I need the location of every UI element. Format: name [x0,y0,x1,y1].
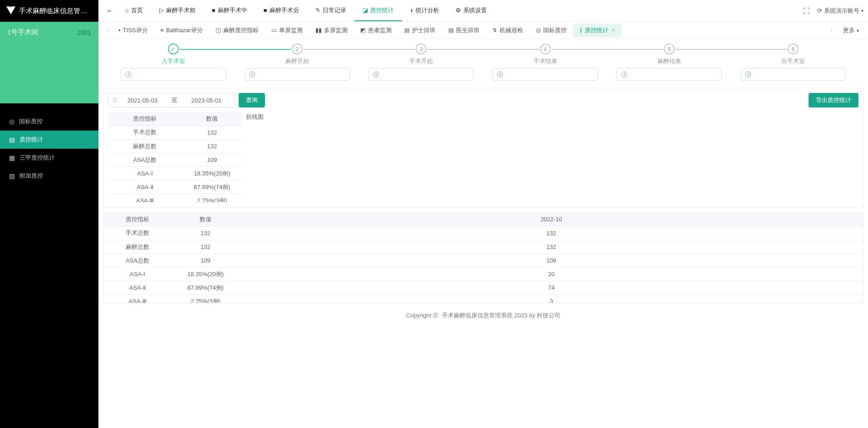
tab-4[interactable]: ▮▮多屏监测 [309,22,354,39]
tab-6[interactable]: ▤护士排班 [398,22,442,39]
tab-label: 质控统计 [585,26,608,34]
tab-label: 机械巡检 [500,26,523,34]
cell-metric: ASA-Ⅱ [103,281,172,295]
sidebar-item-icon: ◎ [9,118,15,125]
step-label: 出手术室 [731,57,855,65]
side-nav: ◎国标质控▤质控统计▦三甲质控统计▨附加质控 [0,103,98,428]
summary-header-value: 数值 [182,112,242,126]
table-row: 手术总数132 [108,126,242,140]
nav-item-0[interactable]: ⌂首页 [117,0,151,21]
tab-9[interactable]: ◎国标质控 [530,22,573,39]
footer: Copyright ⓒ 手术麻醉临床信息管理系统 2023 by 科技公司 [103,303,863,338]
step-circle: 5 [664,44,675,54]
cell-metric: 麻醉总数 [103,240,172,254]
calendar-icon: 🗓 [112,97,118,104]
nav-item-icon: ■ [264,7,267,13]
table-row: ASA-Ⅰ18.35%(20例) [108,167,242,180]
table-row: ASA总数109 [108,153,242,167]
detail-header-value: 数值 [172,213,240,226]
table-row: 手术总数132132 [103,227,863,240]
sidebar-item-3[interactable]: ▨附加质控 [0,167,98,185]
line-chart-title: 折线图 [246,112,264,203]
nav-item-label: 麻醉手术中 [218,6,247,15]
cell-metric: 麻醉总数 [108,140,182,153]
step-circle: 6 [788,44,799,54]
nav-item-7[interactable]: ⚙系统设置 [447,0,495,21]
tab-3[interactable]: ▭单屏监测 [265,22,309,39]
table-row: ASA-Ⅱ67.89%(74例) [108,180,242,194]
tab-7[interactable]: ▤医生排班 [442,22,486,39]
step-time-input[interactable]: 🕓 [245,68,350,81]
fullscreen-icon[interactable]: ⛶ [803,7,810,15]
cell-value: 132 [172,240,240,254]
sidebar-item-1[interactable]: ▤质控统计 [0,131,98,149]
step-label: 手术开始 [359,57,483,65]
cell-metric: ASA-Ⅰ [103,268,172,281]
nav-item-6[interactable]: ⫾统计分析 [402,0,447,21]
step-time-input[interactable]: 🕓 [492,68,598,81]
nav-item-2[interactable]: ■麻醉手术中 [204,0,255,21]
tab-label: 多屏监测 [324,26,348,34]
close-icon[interactable]: ✕ [611,27,615,33]
tab-label: Balthazar评分 [166,26,203,34]
nav-item-label: 首页 [131,6,143,15]
sidebar-item-0[interactable]: ◎国标质控 [0,112,98,131]
nav-item-4[interactable]: ✎日常记录 [307,0,354,21]
copyright-icon: ⓒ [433,312,438,319]
step-circle: 4 [540,44,551,54]
summary-header-metric: 质控指标 [108,112,182,126]
nav-item-3[interactable]: ■麻醉手术后 [255,0,307,21]
tabs-more-dropdown[interactable]: 更多 ▾ [838,26,864,34]
step-time-input[interactable]: 🕓 [368,68,474,81]
cell-period: 132 [240,227,863,240]
table-row: 麻醉总数132132 [103,240,863,254]
cell-metric: ASA总数 [108,153,182,167]
tab-10[interactable]: ⫿质控统计✕ [573,24,622,37]
tab-2[interactable]: ◫麻醉质控指标 [209,22,265,39]
tab-icon: ▭ [271,27,277,33]
tab-label: 麻醉质控指标 [223,26,259,34]
tabs-scroll-right-icon[interactable]: 〉 [828,27,838,34]
tab-icon: ◩ [360,27,366,33]
sidebar-item-icon: ▨ [9,173,15,179]
nav-item-icon: ⫾ [410,7,413,13]
date-range-picker[interactable]: 🗓 2021-05-03 至 2023-05-01 [108,93,235,107]
table-row: ASA-Ⅲ2.75%(3例) [108,194,242,202]
cell-value: 132 [172,227,240,240]
table-row: ASA总数109109 [103,254,863,268]
cell-metric: ASA-Ⅲ [103,295,172,303]
nav-item-1[interactable]: ▷麻醉手术前 [151,0,204,21]
tab-label: 护士排班 [412,26,436,34]
cell-value: 132 [182,140,242,153]
cell-value: 109 [182,153,242,167]
tab-label: TISS评分 [123,26,148,34]
tab-5[interactable]: ◩患者监测 [354,22,398,39]
account-dropdown[interactable]: ⟳ 系统演示账号 ▾ [817,7,863,15]
tab-1[interactable]: ≡Balthazar评分 [154,22,210,39]
tab-8[interactable]: ↯机械巡检 [486,22,530,39]
date-from: 2021-05-03 [118,97,167,104]
vue-logo-icon [6,6,15,16]
tabs-scroll-left-icon[interactable]: 〈 [102,27,112,34]
cell-metric: 手术总数 [103,227,172,240]
nav-item-5[interactable]: ◪质控统计 [354,0,402,21]
export-button[interactable]: 导出质控统计 [809,93,858,107]
tabs-bar: 〈 ▪TISS评分≡Balthazar评分◫麻醉质控指标▭单屏监测▮▮多屏监测◩… [98,22,868,39]
sidebar-item-2[interactable]: ▦三甲质控统计 [0,149,98,167]
query-button[interactable]: 查询 [239,93,265,107]
step-time-input[interactable]: 🕓 [121,68,226,81]
cell-period: 109 [240,254,863,268]
room-code: 1001 [77,29,91,36]
tab-0[interactable]: ▪TISS评分 [112,22,154,39]
step-label: 入手术室 [111,57,235,65]
cell-value: 18.35%(20例) [182,167,242,180]
clock-icon: 🕓 [373,71,379,78]
nav-item-icon: ⚙ [456,7,461,13]
date-separator: 至 [167,96,182,104]
nav-item-icon: ■ [212,7,216,13]
cell-value: 2.75%(3例) [182,194,242,202]
query-row: 🗓 2021-05-03 至 2023-05-01 查询 导出质控统计 [103,88,863,112]
sidebar-collapse-icon[interactable]: ⇤ [103,7,117,14]
step-time-input[interactable]: 🕓 [740,68,846,81]
step-time-input[interactable]: 🕓 [617,68,722,81]
